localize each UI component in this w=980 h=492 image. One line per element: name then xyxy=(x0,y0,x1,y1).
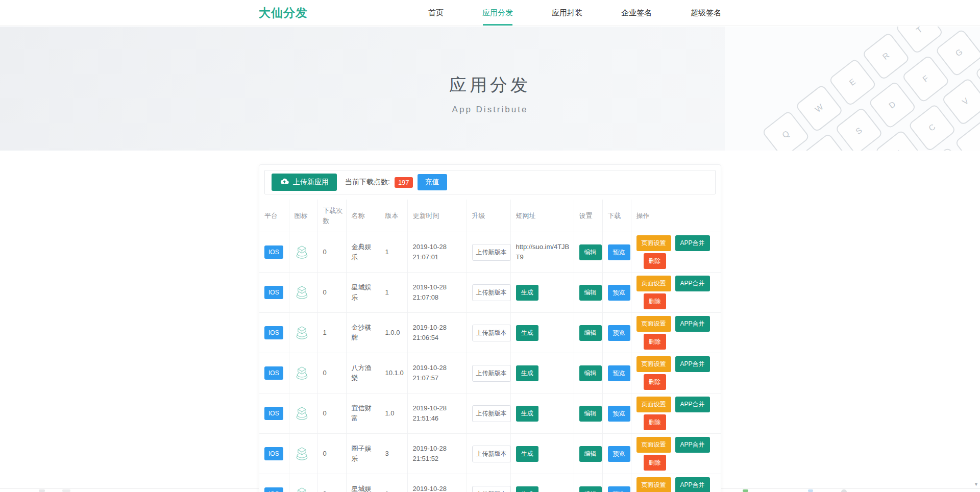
top-nav-bar: 大仙分发 首页 应用分发 应用封装 企业签名 超级签名 xyxy=(0,0,980,26)
edit-button[interactable]: 编辑 xyxy=(579,244,602,260)
generate-short-url-button[interactable]: 生成 xyxy=(516,285,538,301)
page-setting-button[interactable]: 页面设置 xyxy=(636,316,671,332)
nav-item-super-sign[interactable]: 超级签名 xyxy=(691,0,721,26)
app-version: 10.1.0 xyxy=(380,353,407,393)
hero-banner: QWERTASDFGZXCVBcontrol⌥ option⌘ command … xyxy=(0,27,980,151)
generate-short-url-button[interactable]: 生成 xyxy=(516,325,538,341)
download-count: 0 xyxy=(317,474,346,492)
page-title: 应用分发 xyxy=(0,73,980,97)
delete-button[interactable]: 删除 xyxy=(644,293,666,309)
app-table-body: IOS 0 金典娱乐 1 2019-10-28 21:07:01 上传新版本 h… xyxy=(259,232,721,492)
footer-scrap xyxy=(743,489,748,492)
app-merge-button[interactable]: APP合并 xyxy=(675,397,710,412)
upload-new-app-button[interactable]: 上传新应用 xyxy=(272,174,337,191)
page-setting-button[interactable]: 页面设置 xyxy=(636,276,671,291)
page-subtitle: App Distribute xyxy=(0,105,980,115)
footer-scrap xyxy=(62,489,70,492)
app-version: 3 xyxy=(380,434,407,474)
upload-new-version-button[interactable]: 上传新版本 xyxy=(472,365,511,382)
app-merge-button[interactable]: APP合并 xyxy=(675,235,710,251)
app-table: 平台 图标 下载次数 名称 版本 更新时间 升级 短网址 设置 下载 操作 IO… xyxy=(259,200,721,492)
app-merge-button[interactable]: APP合并 xyxy=(675,477,710,492)
nav-item-enterprise-sign[interactable]: 企业签名 xyxy=(621,0,652,26)
edit-button[interactable]: 编辑 xyxy=(579,446,602,462)
table-header-row: 平台 图标 下载次数 名称 版本 更新时间 升级 短网址 设置 下载 操作 xyxy=(259,200,721,232)
table-row: IOS 0 宜信财富 1.0 2019-10-28 21:51:46 上传新版本… xyxy=(259,393,721,434)
update-time: 2019-10-28 21:07:57 xyxy=(407,353,467,393)
app-cube-icon xyxy=(295,244,314,260)
recharge-button[interactable]: 充值 xyxy=(418,174,447,190)
short-url-text: http://suo.im/4TJBT9 xyxy=(516,243,570,261)
app-merge-button[interactable]: APP合并 xyxy=(675,356,710,372)
toolbar: 上传新应用 当前下载点数: 197 充值 xyxy=(264,170,716,194)
app-merge-button[interactable]: APP合并 xyxy=(675,276,710,291)
download-points-label: 当前下载点数: xyxy=(345,178,390,187)
page-setting-button[interactable]: 页面设置 xyxy=(636,235,671,251)
col-version: 版本 xyxy=(380,200,407,232)
app-name: 金沙棋牌 xyxy=(346,313,380,353)
generate-short-url-button[interactable]: 生成 xyxy=(516,446,538,462)
preview-button[interactable]: 预览 xyxy=(608,325,630,341)
app-cube-icon xyxy=(295,365,314,381)
edit-button[interactable]: 编辑 xyxy=(579,365,602,381)
col-actions: 操作 xyxy=(631,200,721,232)
upload-new-version-button[interactable]: 上传新版本 xyxy=(472,284,511,301)
page-setting-button[interactable]: 页面设置 xyxy=(636,477,671,492)
table-row: IOS 0 星城娱乐 1 2019-10-28 21:07:08 上传新版本 生… xyxy=(259,273,721,313)
page-setting-button[interactable]: 页面设置 xyxy=(636,397,671,412)
edit-button[interactable]: 编辑 xyxy=(579,486,602,492)
col-downloads: 下载次数 xyxy=(317,200,346,232)
preview-button[interactable]: 预览 xyxy=(608,285,630,301)
preview-button[interactable]: 预览 xyxy=(608,446,630,462)
platform-badge: IOS xyxy=(264,326,283,340)
edit-button[interactable]: 编辑 xyxy=(579,325,602,341)
app-name: 星城娱乐 xyxy=(346,474,380,492)
table-row: IOS 1 金沙棋牌 1.0.0 2019-10-28 21:06:54 上传新… xyxy=(259,313,721,353)
download-count: 0 xyxy=(317,434,346,474)
page-setting-button[interactable]: 页面设置 xyxy=(636,437,671,453)
platform-badge: IOS xyxy=(264,366,283,380)
table-row: IOS 0 星城娱乐 1 2019-10-28 21:51:57 上传新版本 生… xyxy=(259,474,721,492)
generate-short-url-button[interactable]: 生成 xyxy=(516,406,538,422)
delete-button[interactable]: 删除 xyxy=(644,455,666,471)
generate-short-url-button[interactable]: 生成 xyxy=(516,365,538,381)
keyboard-key: Q xyxy=(762,110,810,151)
preview-button[interactable]: 预览 xyxy=(608,365,630,381)
site-logo[interactable]: 大仙分发 xyxy=(259,5,308,21)
download-count: 0 xyxy=(317,393,346,434)
nav-item-app-distribute[interactable]: 应用分发 xyxy=(482,0,513,26)
upload-new-version-button[interactable]: 上传新版本 xyxy=(472,446,511,462)
app-merge-button[interactable]: APP合并 xyxy=(675,437,710,453)
delete-button[interactable]: 删除 xyxy=(644,334,666,350)
table-row: IOS 0 圈子娱乐 3 2019-10-28 21:51:52 上传新版本 生… xyxy=(259,434,721,474)
app-list-card: 上传新应用 当前下载点数: 197 充值 平台 图标 下载次数 名称 版本 更新… xyxy=(259,164,721,492)
scrollbar-down-arrow[interactable]: ▼ xyxy=(974,482,978,487)
page-setting-button[interactable]: 页面设置 xyxy=(636,356,671,372)
preview-button[interactable]: 预览 xyxy=(608,406,630,422)
preview-button[interactable]: 预览 xyxy=(608,486,630,492)
app-version: 1.0 xyxy=(380,393,407,434)
platform-badge: IOS xyxy=(264,245,283,259)
delete-button[interactable]: 删除 xyxy=(644,253,666,269)
upload-new-version-button[interactable]: 上传新版本 xyxy=(472,325,511,341)
upload-new-version-button[interactable]: 上传新版本 xyxy=(472,405,511,422)
nav-item-home[interactable]: 首页 xyxy=(428,0,444,26)
preview-button[interactable]: 预览 xyxy=(608,244,630,260)
footer-scrap xyxy=(808,489,813,492)
app-merge-button[interactable]: APP合并 xyxy=(675,316,710,332)
keyboard-key: ⌘ command xyxy=(911,147,969,151)
nav-item-app-package[interactable]: 应用封装 xyxy=(552,0,582,26)
upload-new-version-button[interactable]: 上传新版本 xyxy=(472,244,511,261)
upload-new-version-button[interactable]: 上传新版本 xyxy=(472,486,511,492)
delete-button[interactable]: 删除 xyxy=(644,374,666,390)
app-name: 宜信财富 xyxy=(346,393,380,434)
keyboard-key: T xyxy=(895,27,944,55)
app-cube-icon xyxy=(295,406,314,422)
delete-button[interactable]: 删除 xyxy=(644,414,666,430)
update-time: 2019-10-28 21:07:01 xyxy=(407,232,467,273)
edit-button[interactable]: 编辑 xyxy=(579,406,602,422)
generate-short-url-button[interactable]: 生成 xyxy=(516,486,538,492)
edit-button[interactable]: 编辑 xyxy=(579,285,602,301)
app-cube-icon xyxy=(295,325,314,341)
app-version: 1 xyxy=(380,232,407,273)
